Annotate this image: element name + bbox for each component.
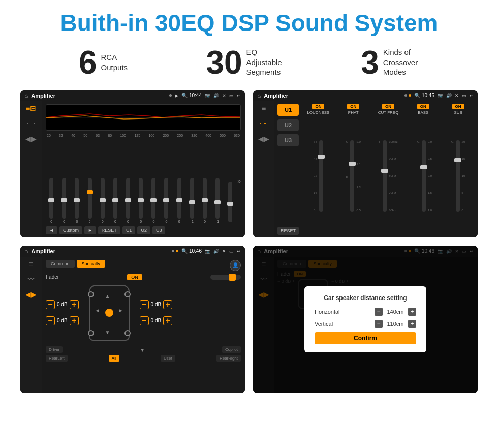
status-bar-crossover: ⌂ Amplifier 🔍 10:45 📷 🔊 ✕ ▭ ↩ [253, 90, 478, 101]
eq-slider-13[interactable]: 0 [199, 178, 210, 223]
eq-u3-btn[interactable]: U3 [152, 226, 166, 234]
specialty-tab[interactable]: Specialty [77, 260, 106, 268]
phat-label: PHAT [348, 110, 359, 115]
screen-eq: ⌂ Amplifier ▶ 🔍 10:44 📷 🔊 ✕ ▭ ↩ ≡⊟ 〰 ◀▶ [20, 90, 245, 237]
eq-u1-btn[interactable]: U1 [122, 226, 136, 234]
common-tab[interactable]: Common [46, 260, 75, 268]
stat-crossover: 3 Kinds ofCrossover Modes [327, 46, 462, 79]
eq-slider-1[interactable]: 0 [46, 178, 57, 223]
app-name-fader: Amplifier [31, 248, 169, 254]
loudness-label: LOUDNESS [307, 110, 329, 115]
sidebar-wave-icon: 〰 [260, 120, 267, 128]
time-fader: 🔍 10:46 [181, 248, 202, 254]
app-name-crossover: Amplifier [264, 93, 401, 99]
screen-crossover: ⌂ Amplifier 🔍 10:45 📷 🔊 ✕ ▭ ↩ ≡ 〰 ◀▶ [253, 90, 478, 237]
status-bar-fader: ⌂ Amplifier 🔍 10:46 📷 🔊 ✕ ▭ ↩ [20, 246, 245, 257]
left-rear-value: 0 dB [57, 318, 68, 323]
eq-slider-8[interactable]: 0 [135, 178, 146, 223]
right-front-plus[interactable]: + [163, 300, 172, 309]
dialog-vertical-row: Vertical − 110cm + [315, 320, 416, 328]
eq-slider-11[interactable]: 0 [174, 178, 185, 223]
bass-on-btn[interactable]: ON [417, 104, 429, 109]
left-front-minus[interactable]: − [46, 300, 55, 309]
cam-icon: 📷 [205, 93, 210, 98]
rect-icon-2: ▭ [462, 93, 466, 98]
fader-left-sidebar: ≡ 〰 ◀▶ [20, 257, 42, 393]
eq-slider-9[interactable]: 0 [148, 178, 159, 223]
eq-slider-10[interactable]: 0 [161, 178, 172, 223]
profile-icon[interactable]: 👤 [230, 260, 241, 271]
right-front-vol: − 0 dB + [140, 300, 173, 309]
eq-bottom-bar: ◄ Custom ► RESET U1 U2 U3 [46, 226, 241, 234]
sidebar-eq-icon-f: ≡ [29, 260, 33, 268]
user-btn[interactable]: User [161, 355, 175, 362]
cutfreq-label: CUT FREQ [378, 110, 399, 115]
horizontal-control: − 140cm + [375, 308, 416, 316]
rearleft-btn[interactable]: RearLeft [46, 355, 68, 362]
distance-screen-content: ≡ 〰 ◀▶ Common Specialty Fader ON [253, 257, 478, 393]
x-icon-f: ✕ [222, 249, 226, 254]
eq-prev-btn[interactable]: ◄ [46, 226, 57, 234]
sub-label: SUB [454, 110, 462, 115]
horizontal-label: Horizontal [315, 309, 340, 315]
eq-slider-6[interactable]: 0 [110, 178, 121, 223]
sub-on-btn[interactable]: ON [452, 104, 464, 109]
band-sub: ON SUB G 20 1 [442, 104, 475, 235]
screenshots-grid: ⌂ Amplifier ▶ 🔍 10:44 📷 🔊 ✕ ▭ ↩ ≡⊟ 〰 ◀▶ [15, 90, 483, 393]
eq-custom-btn[interactable]: Custom [59, 226, 82, 234]
fader-control-row: Fader ON [46, 274, 241, 280]
stat-eq-label: EQ AdjustableSegments [246, 47, 292, 77]
eq-slider-14[interactable]: -1 [212, 178, 223, 223]
eq-slider-4[interactable]: 5 [84, 178, 95, 223]
loudness-on-btn[interactable]: ON [312, 104, 324, 109]
crossover-reset-btn[interactable]: RESET [277, 227, 299, 235]
status-dot-f2 [176, 250, 178, 252]
eq-next-btn[interactable]: ► [84, 226, 96, 234]
copilot-btn[interactable]: Copilot [222, 346, 241, 353]
left-rear-vol: − 0 dB + [46, 316, 79, 325]
confirm-btn[interactable]: Confirm [315, 332, 416, 344]
vol-icon-2: 🔊 [446, 93, 452, 98]
left-rear-minus[interactable]: − [46, 316, 55, 325]
u2-btn[interactable]: U2 [277, 119, 299, 131]
horizontal-plus-btn[interactable]: + [408, 308, 416, 316]
eq-more-arrow[interactable]: » [237, 177, 241, 185]
u1-btn[interactable]: U1 [277, 104, 299, 116]
cutfreq-on-btn[interactable]: ON [382, 104, 394, 109]
all-btn[interactable]: All [109, 355, 119, 362]
right-rear-minus[interactable]: − [140, 316, 149, 325]
eq-slider-3[interactable]: 0 [71, 178, 82, 223]
left-front-plus[interactable]: + [70, 300, 79, 309]
eq-slider-2[interactable]: 0 [58, 178, 70, 223]
app-name-eq: Amplifier [31, 93, 166, 99]
eq-slider-15[interactable] [225, 182, 236, 223]
right-front-value: 0 dB [151, 302, 162, 307]
right-front-minus[interactable]: − [140, 300, 149, 309]
play-status-icon: ▶ [175, 93, 178, 98]
eq-slider-5[interactable]: 0 [97, 178, 108, 223]
stat-eq-number: 30 [206, 46, 242, 79]
vertical-minus-btn[interactable]: − [375, 320, 383, 328]
fader-slider-h[interactable] [210, 275, 241, 280]
band-phat: ON PHAT G F [337, 104, 370, 235]
right-rear-value: 0 dB [151, 318, 162, 323]
horizontal-minus-btn[interactable]: − [375, 308, 383, 316]
u3-btn[interactable]: U3 [277, 134, 299, 146]
vertical-label: Vertical [315, 321, 333, 327]
left-front-value: 0 dB [57, 302, 68, 307]
phat-on-btn[interactable]: ON [347, 104, 359, 109]
rearright-btn[interactable]: RearRight [216, 355, 241, 362]
fader-on-btn[interactable]: ON [127, 274, 142, 280]
eq-slider-12[interactable]: -1 [186, 178, 198, 223]
vertical-plus-btn[interactable]: + [408, 320, 416, 328]
eq-reset-btn[interactable]: RESET [98, 226, 120, 234]
eq-u2-btn[interactable]: U2 [137, 226, 150, 234]
vol-icon: 🔊 [213, 93, 219, 98]
x-icon: ✕ [222, 93, 226, 98]
status-bar-eq: ⌂ Amplifier ▶ 🔍 10:44 📷 🔊 ✕ ▭ ↩ [20, 90, 245, 101]
driver-btn[interactable]: Driver [46, 346, 63, 353]
right-rear-plus[interactable]: + [163, 316, 172, 325]
dialog-overlay: Car speaker distance setting Horizontal … [253, 246, 478, 393]
left-rear-plus[interactable]: + [70, 316, 79, 325]
eq-slider-7[interactable]: 0 [122, 178, 134, 223]
